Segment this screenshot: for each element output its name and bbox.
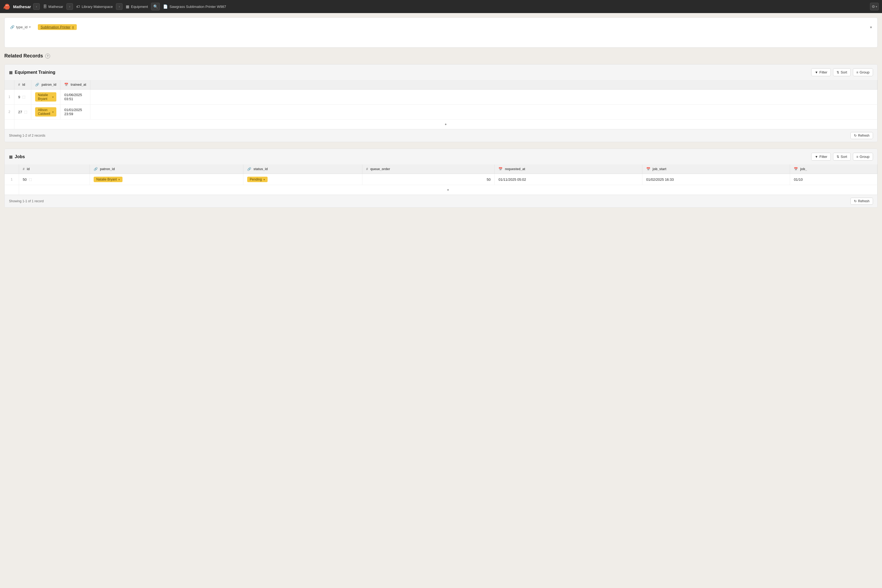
table-icon: ▦	[126, 4, 129, 9]
jobs-table: # id 🔗 patron_id 🔗 status_id #	[4, 164, 878, 195]
patron-tag[interactable]: Natalie Bryant ▾	[35, 92, 56, 102]
jobs-group-button[interactable]: ≡ Group	[853, 153, 873, 160]
svg-point-2	[5, 7, 7, 9]
jobs-refresh-button[interactable]: ↻ Refresh	[850, 198, 873, 205]
app-header: Mathesar › 🗄 Mathesar › 🏷 Library Makers…	[0, 0, 882, 13]
app-logo[interactable]: Mathesar	[3, 3, 32, 10]
tag-text: Sublimation Printer	[40, 25, 70, 29]
jobs-count: Showing 1-1 of 1 record	[9, 199, 44, 203]
jobs-sort-button[interactable]: ⇅ Sort	[833, 153, 851, 160]
id-value: 27	[18, 110, 22, 114]
id-col-header[interactable]: # id	[14, 80, 31, 90]
jobs-start-calendar-icon: 📅	[646, 167, 650, 171]
jobs-filter-button[interactable]: ▼ Filter	[811, 153, 831, 160]
jobs-add-row-button[interactable]: +	[19, 185, 878, 195]
trained-at-col-header[interactable]: 📅 trained_at	[60, 80, 90, 90]
equipment-training-filter-button[interactable]: ▼ Filter	[811, 68, 831, 76]
jobs-actions: ▼ Filter ⇅ Sort ≡ Group	[811, 153, 873, 160]
database-icon: 🗄	[43, 4, 47, 9]
breadcrumb-arrow-1[interactable]: ›	[66, 3, 73, 10]
field-name-label: type_id	[16, 25, 27, 29]
id-value: 9	[18, 95, 20, 99]
breadcrumb-arrow-2[interactable]: ›	[116, 3, 123, 10]
jobs-requested-at-col-header[interactable]: 📅 requested_at	[495, 164, 642, 174]
breadcrumb-record-label: Sawgrass Sublimation Printer W987	[170, 4, 226, 9]
equipment-training-refresh-button[interactable]: ↻ Refresh	[850, 132, 873, 139]
add-row-button[interactable]: +	[14, 120, 877, 129]
gear-chevron-icon: ▾	[876, 5, 877, 8]
jobs-add-row[interactable]: +	[4, 185, 878, 195]
id-cell: 27 ⬚	[14, 105, 31, 120]
breadcrumb-mathesar[interactable]: 🗄 Mathesar	[41, 3, 65, 10]
type-id-field-row: 🔗 type_id ▾ Sublimation Printer × ▾	[10, 22, 872, 32]
patron-cell: Natalie Bryant ▾	[31, 90, 60, 105]
equipment-training-group-button[interactable]: ≡ Group	[853, 68, 873, 76]
jobs-expand-record-icon[interactable]: ⬚	[29, 177, 32, 181]
card-spacer	[10, 32, 872, 43]
related-records-section: Related Records ? ▦ Equipment Training ▼…	[0, 48, 882, 208]
breadcrumb-library[interactable]: 🏷 Library Makerspace	[74, 3, 115, 10]
svg-point-4	[6, 5, 7, 6]
jobs-id-value: 50	[23, 177, 27, 182]
expand-record-icon[interactable]: ⬚	[24, 110, 27, 114]
jobs-row-number-cell: 1	[4, 174, 19, 185]
field-expand-chevron-icon: ▾	[870, 25, 872, 29]
equipment-training-title: ▦ Equipment Training	[9, 70, 55, 75]
equipment-training-sort-button[interactable]: ⇅ Sort	[833, 68, 851, 76]
jobs-patron-tag[interactable]: Natalie Bryant ▾	[94, 177, 123, 182]
tag-close-button[interactable]: ×	[72, 26, 74, 29]
expand-record-icon[interactable]: ⬚	[22, 95, 26, 99]
jobs-job-end-cell: 01/10	[790, 174, 878, 185]
filter-icon: ▼	[815, 70, 818, 74]
calendar-col-icon: 📅	[64, 83, 68, 87]
jobs-status-cell: Pending ▾	[243, 174, 362, 185]
app-name-label: Mathesar	[13, 4, 31, 9]
sublimation-printer-tag[interactable]: Sublimation Printer ×	[38, 24, 77, 30]
row-number-cell: 2	[4, 105, 14, 120]
refresh-label: Refresh	[858, 134, 870, 138]
elephant-icon	[3, 3, 11, 10]
breadcrumb-equipment[interactable]: ▦ Equipment	[124, 3, 150, 10]
breadcrumb-record[interactable]: 📄 Sawgrass Sublimation Printer W987	[161, 3, 228, 10]
row-number-col-header	[4, 80, 14, 90]
equipment-training-table: # id 🔗 patron_id 📅 trained_at	[4, 80, 878, 129]
group-icon: ≡	[856, 70, 858, 74]
main-content: 🔗 type_id ▾ Sublimation Printer × ▾ Rela…	[0, 17, 882, 208]
settings-button[interactable]: ⚙ ▾	[870, 3, 879, 10]
jobs-end-calendar-icon: 📅	[794, 167, 798, 171]
jobs-sort-icon: ⇅	[837, 155, 839, 159]
jobs-refresh-label: Refresh	[858, 199, 870, 203]
jobs-job-start-col-header[interactable]: 📅 job_start	[642, 164, 790, 174]
group-label: Group	[860, 70, 870, 74]
record-icon: 📄	[163, 4, 168, 9]
equipment-training-section: ▦ Equipment Training ▼ Filter ⇅ Sort ≡ G…	[4, 64, 878, 142]
patron-tag[interactable]: Allison Caldwell ▾	[35, 107, 56, 117]
table-grid-icon: ▦	[9, 70, 12, 75]
jobs-requested-at-cell: 01/11/2025 05:02	[495, 174, 642, 185]
jobs-filter-label: Filter	[819, 154, 827, 159]
svg-point-5	[8, 5, 9, 6]
jobs-patron-link-icon: 🔗	[94, 167, 98, 171]
jobs-status-tag[interactable]: Pending ▾	[247, 177, 268, 182]
jobs-status-col-header[interactable]: 🔗 status_id	[243, 164, 362, 174]
search-button[interactable]: 🔍	[151, 3, 160, 10]
jobs-id-col-header[interactable]: # id	[19, 164, 90, 174]
jobs-queue-col-header[interactable]: # queue_order	[362, 164, 495, 174]
patron-tag-chevron-icon: ▾	[52, 96, 54, 99]
patron-id-col-header[interactable]: 🔗 patron_id	[31, 80, 60, 90]
jobs-job-end-col-header[interactable]: 📅 job_	[790, 164, 878, 174]
jobs-title: ▦ Jobs	[9, 154, 25, 159]
equipment-training-label: Equipment Training	[15, 70, 55, 75]
add-row[interactable]: +	[4, 120, 878, 129]
jobs-patron-col-header[interactable]: 🔗 patron_id	[90, 164, 243, 174]
jobs-status-tag-chevron-icon: ▾	[264, 178, 265, 181]
related-records-help-icon[interactable]: ?	[45, 54, 50, 58]
breadcrumb-equipment-label: Equipment	[131, 4, 148, 9]
trained-at-cell: 01/01/2025 23:59	[60, 105, 90, 120]
breadcrumb-arrow-0[interactable]: ›	[33, 3, 40, 10]
number-icon: #	[18, 83, 20, 87]
jobs-number-icon: #	[23, 167, 25, 171]
jobs-footer: Showing 1-1 of 1 record ↻ Refresh	[4, 195, 878, 207]
empty-cell	[90, 90, 877, 105]
type-id-field-label[interactable]: 🔗 type_id ▾	[10, 25, 34, 29]
